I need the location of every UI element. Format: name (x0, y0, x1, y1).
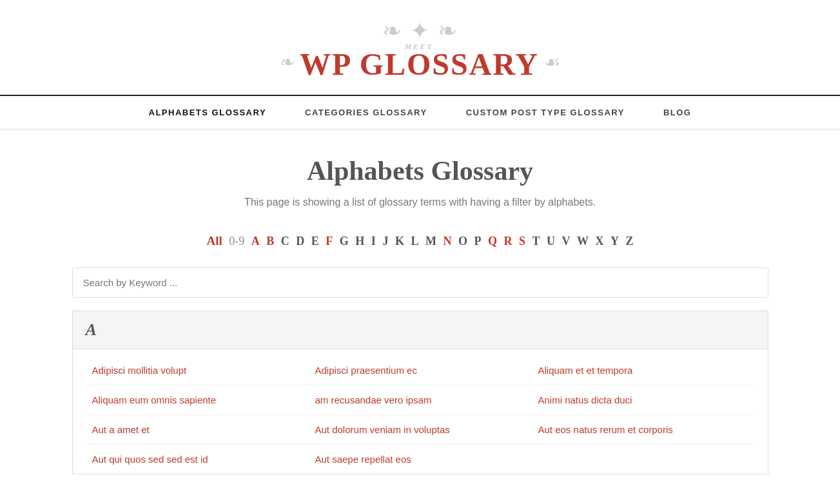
alphabet-filter: All 0-9 A B C D E F G H I J K L M N O P … (72, 234, 768, 248)
glossary-section-a: A Adipisci mollitia volupt Adipisci prae… (72, 311, 768, 474)
nav-blog[interactable]: BLOG (644, 96, 711, 129)
list-item[interactable]: Aut qui quos sed sed est id (86, 445, 309, 474)
table-row: Aut a amet et Aut dolorum veniam in volu… (86, 415, 755, 445)
logo-wing-right: ☙ (544, 52, 560, 73)
alpha-A[interactable]: A (251, 235, 260, 247)
alpha-T[interactable]: T (532, 235, 540, 247)
nav-categories-glossary[interactable]: CATEGORIES GLOSSARY (286, 96, 447, 129)
nav-custom-post-type-glossary[interactable]: CUSTOM POST TYPE GLOSSARY (447, 96, 644, 129)
logo-title: WP GLOSSARY (300, 48, 539, 82)
alpha-U[interactable]: U (547, 235, 555, 247)
alpha-D[interactable]: D (296, 235, 304, 247)
search-input[interactable] (72, 267, 768, 298)
alpha-R[interactable]: R (503, 235, 512, 247)
alpha-J[interactable]: J (382, 235, 388, 247)
alpha-B[interactable]: B (266, 235, 274, 247)
alpha-digits[interactable]: 0-9 (229, 235, 244, 247)
alpha-V[interactable]: V (562, 235, 570, 247)
alpha-N[interactable]: N (443, 235, 451, 247)
alpha-O[interactable]: O (458, 235, 467, 247)
table-row: Adipisci mollitia volupt Adipisci praese… (86, 356, 755, 385)
alpha-G[interactable]: G (340, 235, 349, 247)
list-item[interactable]: Adipisci mollitia volupt (86, 356, 309, 385)
list-item[interactable]: Aut eos natus rerum et corporis (532, 415, 755, 444)
logo-wing-left: ❧ (280, 52, 295, 73)
list-item[interactable]: Adipisci praesentium ec (309, 356, 532, 385)
list-item[interactable]: Aut dolorum veniam in voluptas (309, 415, 532, 444)
list-item[interactable]: Aut saepe repellat eos (309, 445, 532, 474)
alpha-F[interactable]: F (326, 235, 333, 247)
alpha-M[interactable]: M (425, 235, 436, 247)
search-container (72, 267, 768, 298)
list-item[interactable]: am recusandae vero ipsam (309, 385, 532, 414)
alpha-H[interactable]: H (355, 235, 364, 247)
alpha-P[interactable]: P (474, 235, 481, 247)
alpha-W[interactable]: W (577, 235, 589, 247)
glossary-terms-a: Adipisci mollitia volupt Adipisci praese… (73, 349, 768, 474)
list-item[interactable]: Animi natus dicta duci (532, 385, 755, 414)
list-item[interactable]: Aut a amet et (86, 415, 309, 444)
table-row: Aliquam eum omnis sapiente am recusandae… (86, 385, 755, 415)
page-title: Alphabets Glossary (72, 155, 768, 186)
nav-alphabets-glossary[interactable]: ALPHABETS GLOSSARY (130, 96, 286, 129)
alpha-Y[interactable]: Y (610, 235, 619, 247)
glossary-section-header-a: A (73, 311, 768, 349)
alpha-I[interactable]: I (371, 235, 376, 247)
alpha-E[interactable]: E (311, 235, 319, 247)
site-header: ❧ ✦ ❧ ❧ MEET WP GLOSSARY ☙ (0, 0, 840, 88)
list-item[interactable]: Aliquam et et tempora (532, 356, 755, 385)
table-row: Aut qui quos sed sed est id Aut saepe re… (86, 445, 755, 474)
logo-ornament: ❧ ✦ ❧ (13, 19, 827, 43)
main-content: Alphabets Glossary This page is showing … (34, 130, 807, 500)
alpha-L[interactable]: L (411, 235, 418, 247)
alpha-K[interactable]: K (395, 235, 404, 247)
list-item-empty (532, 445, 755, 474)
alpha-Z[interactable]: Z (625, 235, 633, 247)
list-item[interactable]: Aliquam eum omnis sapiente (86, 385, 309, 414)
alpha-X[interactable]: X (595, 235, 603, 247)
page-description: This page is showing a list of glossary … (72, 197, 768, 208)
main-nav: ALPHABETS GLOSSARY CATEGORIES GLOSSARY C… (0, 95, 840, 130)
glossary-letter-a: A (86, 320, 97, 339)
alpha-Q[interactable]: Q (488, 235, 497, 247)
alpha-S[interactable]: S (519, 235, 525, 247)
alpha-all[interactable]: All (207, 234, 222, 247)
alpha-C[interactable]: C (281, 235, 289, 247)
